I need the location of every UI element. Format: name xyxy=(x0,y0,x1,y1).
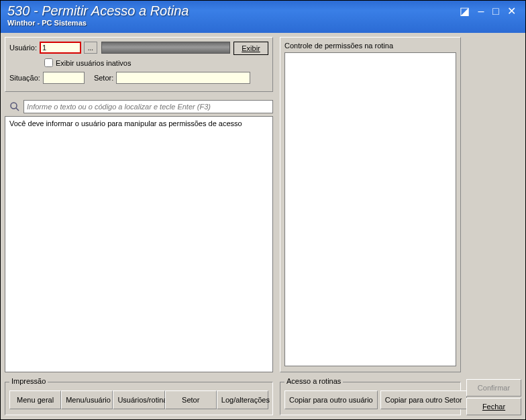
list-message: Você deve informar o usuário para manipu… xyxy=(9,119,242,127)
copiar-setor-button[interactable]: Copiar para outro Setor xyxy=(380,390,467,409)
exibir-button[interactable]: Exibir xyxy=(233,42,268,55)
close-icon[interactable]: ✕ xyxy=(507,5,519,17)
titlebar: 530 - Permitir Acesso a Rotina Winthor -… xyxy=(1,1,525,33)
fechar-label: Fechar xyxy=(482,403,505,411)
impressao-group: Impressão Menu geral Menu/usuário Usuári… xyxy=(5,382,273,415)
acesso-legend: Acesso a rotinas xyxy=(284,377,343,385)
window-title: 530 - Permitir Acesso a Rotina xyxy=(7,3,519,19)
setor-input[interactable] xyxy=(116,72,250,84)
confirmar-button[interactable]: Confirmar xyxy=(466,379,521,397)
window-controls: ◪ – □ ✕ xyxy=(460,5,519,17)
usuarios-rotina-button[interactable]: Usuários/rotina xyxy=(113,390,164,409)
menu-geral-button[interactable]: Menu geral xyxy=(9,390,61,409)
controle-panel: Controle de permissões na rotina xyxy=(280,37,461,372)
impressao-legend: Impressão xyxy=(9,377,48,385)
situacao-input[interactable] xyxy=(43,72,85,84)
controle-tree[interactable] xyxy=(284,52,456,366)
log-alteracoes-button[interactable]: Log/alterações xyxy=(217,390,268,409)
fechar-button[interactable]: Fechar xyxy=(466,398,521,415)
usuario-label: Usuário: xyxy=(9,44,37,52)
controle-label: Controle de permissões na rotina xyxy=(284,42,456,50)
filter-panel: Usuário: ... Exibir Exibir usuários inat… xyxy=(5,37,273,92)
situacao-label: Situação: xyxy=(9,74,40,82)
copiar-usuario-button[interactable]: Copiar para outro usuário xyxy=(284,390,378,409)
window-subtitle: Winthor - PC Sistemas xyxy=(7,19,519,27)
menu-usuario-button[interactable]: Menu/usuário xyxy=(61,390,113,409)
inativos-label: Exibir usuários inativos xyxy=(56,59,132,67)
svg-point-0 xyxy=(11,103,17,109)
usuario-lookup-button[interactable]: ... xyxy=(84,42,97,54)
search-icon[interactable] xyxy=(9,101,21,113)
search-input[interactable] xyxy=(23,100,273,113)
acesso-group: Acesso a rotinas Copiar para outro usuár… xyxy=(280,382,461,415)
setor-button[interactable]: Setor xyxy=(165,390,217,409)
svg-line-1 xyxy=(16,108,19,111)
usuario-display-bar xyxy=(101,42,230,54)
inativos-checkbox[interactable] xyxy=(44,58,53,67)
client-area: Usuário: ... Exibir Exibir usuários inat… xyxy=(5,37,521,415)
search-row xyxy=(5,99,273,115)
action-buttons: Confirmar Fechar xyxy=(466,378,521,415)
maximize-icon[interactable]: □ xyxy=(492,5,502,17)
setor-label: Setor: xyxy=(94,74,113,82)
usuario-input[interactable] xyxy=(40,42,81,54)
minimize-icon[interactable]: – xyxy=(478,5,487,17)
app-window: 530 - Permitir Acesso a Rotina Winthor -… xyxy=(0,0,526,420)
edit-icon[interactable]: ◪ xyxy=(460,5,472,17)
results-list[interactable]: Você deve informar o usuário para manipu… xyxy=(5,116,273,372)
